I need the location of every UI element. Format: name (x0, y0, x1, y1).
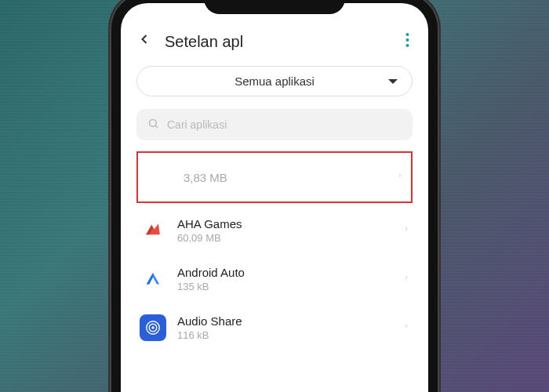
list-item[interactable]: AHA Games 60,09 MB (136, 206, 413, 255)
filter-row: Semua aplikasi (121, 61, 428, 106)
list-item-text: Android Auto 135 kB (177, 266, 392, 292)
chevron-right-icon (403, 223, 409, 238)
app-icon (140, 314, 166, 341)
filter-dropdown[interactable]: Semua aplikasi (136, 66, 413, 96)
app-size: 116 kB (177, 329, 392, 341)
list-item-text: 3,83 MB (184, 171, 386, 184)
search-bar[interactable] (136, 109, 413, 140)
app-icon (146, 164, 173, 191)
app-name: Audio Share (177, 314, 392, 328)
screen: Setelan apl Semua aplikasi 3,83 MB (121, 3, 428, 392)
app-name: Android Auto (177, 266, 392, 279)
svg-point-3 (150, 120, 157, 127)
app-icon (140, 266, 166, 292)
phone-frame: Setelan apl Semua aplikasi 3,83 MB (110, 0, 439, 392)
chevron-right-icon (403, 272, 409, 286)
svg-point-2 (406, 44, 409, 47)
list-item[interactable]: 3,83 MB (136, 151, 413, 203)
filter-label: Semua aplikasi (235, 74, 314, 88)
app-list: 3,83 MB AHA Games 60,09 MB (121, 151, 428, 352)
app-size: 60,09 MB (177, 232, 392, 244)
app-icon (140, 217, 166, 244)
more-icon[interactable] (402, 32, 413, 52)
phone-notch (204, 0, 345, 14)
list-item[interactable]: Audio Share 116 kB (136, 303, 413, 352)
app-name: AHA Games (177, 217, 392, 230)
app-size: 3,83 MB (184, 171, 386, 184)
app-size: 135 kB (177, 281, 392, 292)
svg-point-7 (151, 326, 154, 328)
list-item[interactable]: Android Auto 135 kB (136, 255, 413, 303)
list-item-text: Audio Share 116 kB (177, 314, 392, 341)
svg-point-0 (406, 33, 409, 36)
search-icon (147, 118, 159, 132)
page-title: Setelan apl (165, 33, 390, 51)
list-item-text: AHA Games 60,09 MB (177, 217, 392, 244)
svg-line-4 (155, 125, 158, 128)
chevron-down-icon (388, 79, 398, 84)
back-icon[interactable] (136, 31, 152, 52)
chevron-right-icon (397, 170, 403, 184)
chevron-right-icon (403, 321, 409, 335)
svg-point-1 (406, 38, 409, 42)
search-input[interactable] (167, 118, 402, 131)
